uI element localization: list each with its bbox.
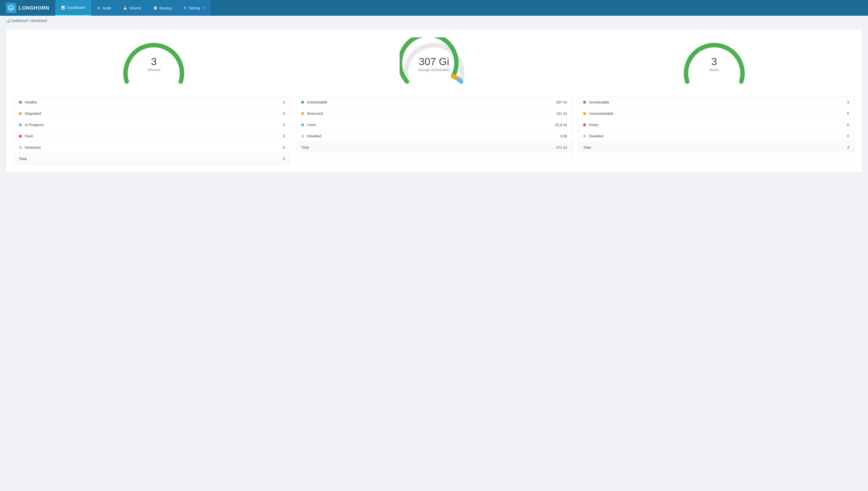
down-dot — [583, 123, 586, 126]
in-progress-value: 0 — [270, 123, 285, 127]
fault-label: Fault — [25, 134, 270, 138]
schedulable-nodes-value: 3 — [834, 100, 849, 104]
nav-backup[interactable]: 📋 Backup — [147, 0, 178, 16]
schedulable-storage-value: 307 Gi — [552, 100, 567, 104]
degraded-value: 0 — [270, 111, 285, 116]
storage-value: 307 Gi — [418, 57, 450, 67]
nodes-gauge: 3 Nodes — [677, 37, 751, 87]
storage-total-label: Total — [301, 145, 552, 149]
breadcrumb-root[interactable]: Dashboard — [11, 19, 28, 23]
stat-row-detached: Detached 0 — [14, 142, 290, 153]
dashboard-icon: 📊 — [61, 6, 65, 9]
nodes-center-text: 3 Nodes — [709, 57, 719, 72]
used-label: Used — [307, 123, 552, 127]
schedulable-nodes-label: Schedulable — [589, 100, 834, 104]
stat-row-down: Down 0 — [578, 119, 854, 131]
nodes-total-value: 3 — [834, 145, 849, 149]
storage-label: Storage Schedulable — [418, 68, 450, 72]
disabled-nodes-label: Disabled — [589, 134, 834, 138]
stat-row-volumes-total: Total 3 — [14, 153, 290, 164]
storage-gauge-wrap: 307 Gi Storage Schedulable — [400, 37, 468, 87]
healthy-label: Healthy — [25, 100, 270, 104]
detached-value: 0 — [270, 145, 285, 149]
volumes-value: 3 — [147, 57, 160, 67]
chevron-down-icon: ▾ — [203, 6, 204, 9]
disabled-storage-value: 0 Bi — [552, 134, 567, 138]
volume-icon: 💾 — [123, 6, 127, 10]
degraded-dot — [19, 112, 22, 115]
nav-dashboard-label: Dashboard — [67, 5, 85, 9]
stat-row-degraded: Degraded 0 — [14, 108, 290, 119]
volumes-total-value: 3 — [270, 156, 285, 161]
logo-area: LONGHORN — [0, 3, 55, 13]
stat-row-nodes-total: Total 3 — [578, 142, 854, 153]
healthy-dot — [19, 101, 22, 104]
breadcrumb-icon: 📊 — [6, 19, 10, 23]
volumes-gauge: 3 Volumes — [117, 37, 191, 87]
stat-row-disabled-nodes: Disabled 0 — [578, 131, 854, 142]
storage-total-value: 471 Gi — [552, 145, 567, 149]
nodes-label: Nodes — [709, 68, 719, 72]
nav-setting[interactable]: ⚙ Setting ▾ — [178, 0, 210, 16]
stats-row: Healthy 3 Degraded 0 In Progress 0 Fault… — [14, 96, 854, 165]
down-label: Down — [589, 123, 834, 127]
fault-value: 0 — [270, 134, 285, 138]
nav-setting-label: Setting — [189, 6, 200, 10]
backup-icon: 📋 — [153, 6, 157, 10]
unschedulable-label: Unschedulable — [589, 111, 834, 116]
fault-dot — [19, 135, 22, 138]
storage-stats-card: Schedulable 307 Gi Reserved 141 Gi Used … — [296, 96, 572, 165]
nav-dashboard[interactable]: 📊 Dashboard — [55, 0, 91, 16]
stat-row-unschedulable: Unschedulable 0 — [578, 108, 854, 119]
setting-icon: ⚙ — [184, 6, 187, 10]
down-value: 0 — [834, 123, 849, 127]
nav-node-label: Node — [102, 6, 111, 10]
schedulable-storage-label: Schedulable — [307, 100, 552, 104]
used-dot — [301, 123, 304, 126]
nav-backup-label: Backup — [159, 6, 172, 10]
breadcrumb-separator: / — [29, 19, 31, 23]
volumes-gauge-wrap: 3 Volumes — [119, 37, 188, 87]
nav-volume-label: Volume — [129, 6, 142, 10]
nodes-stats-card: Schedulable 3 Unschedulable 0 Down 0 Dis… — [578, 96, 854, 165]
logo-text: LONGHORN — [19, 5, 50, 11]
in-progress-label: In Progress — [25, 123, 270, 127]
stat-row-healthy: Healthy 3 — [14, 96, 290, 108]
in-progress-dot — [19, 123, 22, 126]
stat-row-used: Used 22.4 Gi — [296, 119, 572, 131]
volumes-center-text: 3 Volumes — [147, 57, 160, 72]
unschedulable-value: 0 — [834, 111, 849, 116]
volumes-stats-card: Healthy 3 Degraded 0 In Progress 0 Fault… — [14, 96, 290, 165]
disabled-nodes-dot — [583, 135, 586, 138]
detached-label: Detached — [25, 145, 270, 149]
breadcrumb: 📊 Dashboard / dashboard — [0, 16, 868, 26]
stat-row-schedulable-nodes: Schedulable 3 — [578, 96, 854, 108]
unschedulable-dot — [583, 112, 586, 115]
logo-icon — [6, 3, 16, 13]
schedulable-storage-dot — [301, 101, 304, 104]
disabled-storage-label: Disabled — [307, 134, 552, 138]
reserved-label: Reserved — [307, 111, 552, 116]
main-nav: 📊 Dashboard 🖥 Node 💾 Volume 📋 Backup ⚙ S… — [55, 0, 210, 16]
nav-node[interactable]: 🖥 Node — [91, 0, 117, 16]
node-icon: 🖥 — [97, 6, 100, 10]
stat-row-schedulable-storage: Schedulable 307 Gi — [296, 96, 572, 108]
reserved-dot — [301, 112, 304, 115]
volumes-total-label: Total — [19, 156, 270, 161]
nodes-total-label: Total — [583, 145, 834, 149]
stat-row-storage-total: Total 471 Gi — [296, 142, 572, 153]
degraded-label: Degraded — [25, 111, 270, 116]
stat-row-reserved: Reserved 141 Gi — [296, 108, 572, 119]
nodes-gauge-wrap: 3 Nodes — [680, 37, 749, 87]
nav-volume[interactable]: 💾 Volume — [117, 0, 147, 16]
storage-center-text: 307 Gi Storage Schedulable — [418, 57, 450, 72]
stat-row-fault: Fault 0 — [14, 131, 290, 142]
header: LONGHORN 📊 Dashboard 🖥 Node 💾 Volume 📋 B… — [0, 0, 868, 16]
nodes-value: 3 — [709, 57, 719, 67]
healthy-value: 3 — [270, 100, 285, 104]
dashboard-card: 3 Volumes — [6, 29, 862, 172]
volumes-label: Volumes — [147, 68, 160, 72]
disabled-nodes-value: 0 — [834, 134, 849, 138]
storage-gauge: 307 Gi Storage Schedulable — [397, 37, 471, 87]
stat-row-in-progress: In Progress 0 — [14, 119, 290, 131]
